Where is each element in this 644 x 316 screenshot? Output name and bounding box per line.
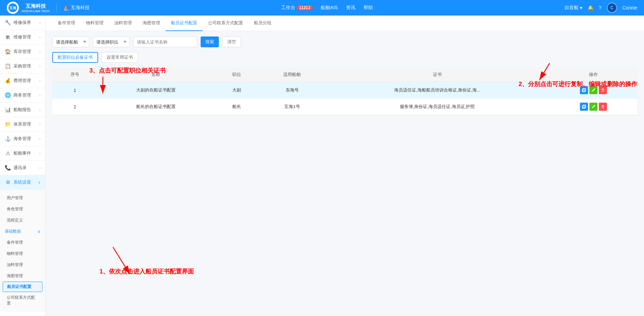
position-filter-select[interactable]: 请选择职位	[93, 36, 130, 47]
svg-line-11	[113, 247, 130, 274]
svg-rect-2	[582, 89, 585, 92]
user-avatar[interactable]: C	[607, 3, 617, 13]
sidebar-item-cost[interactable]: 💰 费用管理 ›	[0, 74, 45, 88]
sidebar-subitem-flow-define[interactable]: 流程定义	[0, 215, 45, 226]
search-button[interactable]: 搜索	[201, 36, 219, 47]
ship-icon: ⛵	[63, 5, 69, 10]
self-ship-selector[interactable]: 自首船 ▾	[564, 5, 582, 11]
business-icon: 🌐	[5, 92, 11, 98]
sidebar-item-repair[interactable]: 🛠 维修管理 ›	[0, 30, 45, 45]
chevron-right-icon: ›	[39, 64, 40, 68]
notification-bell[interactable]: 🔔	[588, 5, 593, 10]
sidebar-subitem-company-contact[interactable]: 公司联系方式配置	[0, 292, 45, 309]
main-layout: 🔧 维修保养 › 🛠 维修管理 › 🏠 库存管理 › 📋 采购管理 ›	[0, 16, 644, 316]
sidebar-item-business[interactable]: 🌐 商务管理 ›	[0, 88, 45, 103]
page-tabs: 备件管理 物料管理 油料管理 海图管理 船员证书配置 公司联系方式配置 船员分组	[46, 16, 644, 31]
sys-settings-submenu: 用户管理 角色管理 流程定义 基础数据 ∨ 备件管理 物料管理 油料管理 海图管…	[0, 190, 45, 312]
sidebar-maintenance-label: 维修保养	[13, 20, 31, 26]
chevron-right-icon: ›	[39, 21, 40, 25]
nav-news[interactable]: 资讯	[346, 5, 355, 11]
config-mandatory-button[interactable]: 配置职位必备证书	[52, 52, 98, 63]
logo-en-text: OCEAN LINK TECH	[22, 9, 50, 13]
table-body: 1 大副的在船证书配置 大副 东海号 海员适任证,海船船员培训合格证,身份证,海…	[52, 82, 637, 115]
self-ship-label: 自首船	[564, 5, 579, 11]
sidebar-subitem-parts[interactable]: 备件管理	[0, 237, 45, 248]
edit-button[interactable]	[589, 103, 597, 111]
sidebar-subitem-crew-cert[interactable]: 船员证书配置	[3, 282, 42, 292]
sidebar-item-contacts[interactable]: 📞 通讯录 ›	[0, 161, 45, 175]
table-row: 2 船长的在船证书配置 船长 互海1号 服务簿,身份证,海员适任证,海员证,护照	[52, 99, 637, 115]
nav-workbench[interactable]: 工作台 11213	[281, 5, 313, 11]
sidebar-item-system[interactable]: 📁 体系管理 ›	[0, 117, 45, 132]
sidebar-item-purchase[interactable]: 📋 采购管理 ›	[0, 59, 45, 74]
tab-oil[interactable]: 油料管理	[109, 16, 137, 31]
tab-crew-cert[interactable]: 船员证书配置	[166, 16, 203, 31]
chevron-right-icon: ›	[39, 79, 40, 83]
set-common-button[interactable]: 设置常用证书	[101, 52, 138, 63]
system-icon: 📁	[5, 121, 11, 127]
sidebar-item-sys-settings[interactable]: ⚙ 系统设置 ∨	[0, 175, 45, 190]
tab-chart[interactable]: 海图管理	[137, 16, 166, 31]
sidebar-subitem-oil[interactable]: 油料管理	[0, 259, 45, 270]
sidebar-item-inventory[interactable]: 🏠 库存管理 ›	[0, 45, 45, 59]
chevron-right-icon: ›	[39, 108, 40, 112]
chevron-right-icon: ›	[39, 152, 40, 155]
sidebar-subitem-chart[interactable]: 海图管理	[0, 270, 45, 282]
sidebar-purchase-label: 采购管理	[13, 63, 31, 69]
sidebar-subitem-role-manage[interactable]: 角色管理	[0, 204, 45, 215]
ship-filter-select[interactable]: 请选择船舶	[52, 36, 89, 47]
cell-position: 船长	[214, 99, 259, 115]
tab-material[interactable]: 物料管理	[81, 16, 109, 31]
cert-name-input[interactable]	[133, 36, 197, 47]
cell-certs: 服务簿,身份证,海员适任证,海员证,护照	[325, 99, 550, 115]
sidebar-item-maintenance[interactable]: 🔧 维修保养 ›	[0, 16, 45, 30]
sidebar-ship-report-label: 船舶报告	[13, 107, 31, 113]
user-name[interactable]: Connie	[622, 5, 637, 10]
sidebar-system-label: 体系管理	[13, 121, 31, 127]
tab-parts[interactable]: 备件管理	[52, 16, 81, 31]
wrench-icon: 🔧	[5, 20, 11, 26]
tab-ship-group[interactable]: 船员分组	[248, 16, 277, 31]
delete-button[interactable]	[599, 86, 607, 94]
row-actions	[555, 103, 632, 111]
logo-text: 互海科技 OCEAN LINK TECH	[22, 3, 50, 13]
user-label: Connie	[622, 5, 637, 10]
sidebar-cost-label: 费用管理	[13, 78, 31, 84]
nav-left: 互海 互海科技 OCEAN LINK TECH ⛵ 互海科技	[7, 2, 90, 14]
ship-report-icon: 📊	[5, 107, 11, 113]
sidebar-basic-data-section[interactable]: 基础数据 ∨	[0, 226, 45, 237]
col-position: 职位	[214, 68, 259, 82]
clear-button[interactable]: 清空	[222, 36, 241, 47]
table-row: 1 大副的在船证书配置 大副 东海号 海员适任证,海船船员培训合格证,身份证,海…	[52, 82, 637, 99]
nav-ship-ais[interactable]: 船舶AIS	[321, 5, 338, 11]
sidebar-item-sea[interactable]: ⚓ 海务管理 ›	[0, 132, 45, 146]
delete-button[interactable]	[599, 103, 607, 111]
help-question[interactable]: ?	[599, 5, 602, 10]
chevron-right-icon: ›	[39, 94, 40, 97]
edit-button[interactable]	[589, 86, 597, 94]
nav-ship-selector[interactable]: ⛵ 互海科技	[63, 5, 90, 11]
logo: 互海 互海科技 OCEAN LINK TECH	[7, 2, 50, 14]
tab-company-contact[interactable]: 公司联系方式配置	[203, 16, 248, 31]
sidebar-subitem-user-manage[interactable]: 用户管理	[0, 192, 45, 204]
nav-right: 自首船 ▾ 🔔 ? C Connie	[564, 3, 637, 13]
table-header-row: 序号 名称 职位 适用船舶 证书 操作	[52, 68, 637, 82]
chevron-down-icon: ∨	[37, 229, 40, 234]
cell-ship: 互海1号	[259, 99, 325, 115]
purchase-icon: 📋	[5, 63, 11, 69]
bell-icon: 🔔	[588, 5, 593, 10]
logo-icon: 互海	[7, 2, 19, 14]
sidebar-item-ship-report[interactable]: 📊 船舶报告 ›	[0, 103, 45, 117]
nav-help[interactable]: 帮助	[363, 5, 373, 11]
chevron-right-icon: ›	[39, 137, 40, 141]
copy-button[interactable]	[580, 103, 588, 111]
sea-icon: ⚓	[5, 136, 11, 142]
sidebar: 🔧 维修保养 › 🛠 维修管理 › 🏠 库存管理 › 📋 采购管理 ›	[0, 16, 46, 316]
annotation-1-arrow	[110, 240, 150, 281]
sidebar-item-accident[interactable]: ⚠ 船舶事件 ›	[0, 146, 45, 161]
sidebar-subitem-material[interactable]: 物料管理	[0, 248, 45, 259]
annotation-1: 1、依次点击进入船员证书配置界面	[99, 267, 194, 275]
copy-button[interactable]	[580, 86, 588, 94]
annotation-1-text: 1、依次点击进入船员证书配置界面	[99, 267, 194, 275]
col-actions: 操作	[550, 68, 637, 82]
